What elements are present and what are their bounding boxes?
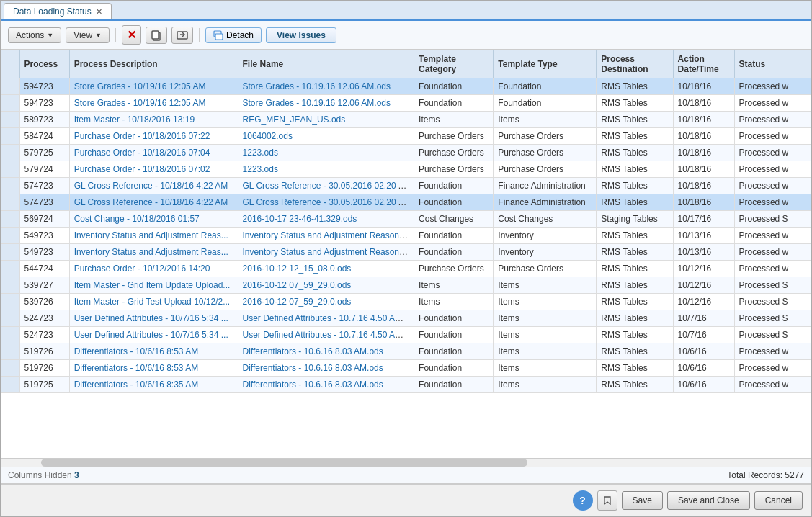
view-issues-button[interactable]: View Issues (266, 27, 336, 43)
description-cell[interactable]: Item Master - 10/18/2016 13:19 (69, 112, 238, 128)
tab-data-loading-status[interactable]: Data Loading Status ✕ (4, 3, 112, 19)
filename-cell[interactable]: Inventory Status and Adjustment Reasons … (238, 244, 414, 261)
description-cell[interactable]: Inventory Status and Adjustment Reas... (69, 228, 238, 244)
filename-cell[interactable]: Store Grades - 10.19.16 12.06 AM.ods (238, 78, 414, 95)
col-header-action-date[interactable]: ActionDate/Time (673, 50, 734, 78)
table-row[interactable]: 584724Purchase Order - 10/18/2016 07:221… (1, 128, 811, 145)
save-button[interactable]: Save (622, 491, 663, 510)
table-row[interactable]: 589723Item Master - 10/18/2016 13:19REG_… (1, 112, 811, 128)
table-row[interactable]: 579725Purchase Order - 10/18/2016 07:041… (1, 145, 811, 161)
table-row[interactable]: 519725Differentiators - 10/6/16 8:35 AMD… (1, 377, 811, 393)
table-row[interactable]: 549723Inventory Status and Adjustment Re… (1, 228, 811, 244)
description-cell[interactable]: GL Cross Reference - 10/18/16 4:22 AM (69, 194, 238, 211)
filename-cell[interactable]: Inventory Status and Adjustment Reasons … (238, 228, 414, 244)
description-cell[interactable]: Differentiators - 10/6/16 8:53 AM (69, 360, 238, 377)
process-dest-cell: RMS Tables (597, 261, 673, 277)
table-row[interactable]: 579724Purchase Order - 10/18/2016 07:021… (1, 161, 811, 178)
row-select-cell (1, 310, 20, 327)
filename-cell[interactable]: Store Grades - 10.19.16 12.06 AM.ods (238, 95, 414, 112)
filename-cell[interactable]: 2016-10-12 07_59_29.0.ods (238, 277, 414, 294)
filename-cell[interactable]: User Defined Attributes - 10.7.16 4.50 A… (238, 327, 414, 343)
col-header-filename[interactable]: File Name (238, 50, 414, 78)
col-header-process[interactable]: Process (19, 50, 69, 78)
table-row[interactable]: 574723GL Cross Reference - 10/18/16 4:22… (1, 194, 811, 211)
filename-cell[interactable]: 1223.ods (238, 161, 414, 178)
actions-button[interactable]: Actions ▼ (8, 27, 61, 43)
description-cell[interactable]: Item Master - Grid Test Upload 10/12/2..… (69, 294, 238, 310)
template-category-cell: Foundation (414, 327, 494, 343)
detach-button[interactable]: Detach (205, 27, 262, 43)
action-date-cell: 10/6/16 (673, 343, 734, 360)
process-cell: 594723 (19, 78, 69, 95)
filename-cell[interactable]: 1064002.ods (238, 128, 414, 145)
description-cell[interactable]: Purchase Order - 10/18/2016 07:02 (69, 161, 238, 178)
bookmark-svg (602, 495, 612, 505)
description-cell[interactable]: Store Grades - 10/19/16 12:05 AM (69, 95, 238, 112)
table-row[interactable]: 519726Differentiators - 10/6/16 8:53 AMD… (1, 343, 811, 360)
row-select-cell (1, 128, 20, 145)
filename-cell[interactable]: User Defined Attributes - 10.7.16 4.50 A… (238, 310, 414, 327)
description-cell[interactable]: Inventory Status and Adjustment Reas... (69, 244, 238, 261)
action-date-cell: 10/17/16 (673, 211, 734, 228)
view-button[interactable]: View ▼ (66, 27, 110, 43)
save-and-close-button[interactable]: Save and Close (667, 491, 750, 510)
description-cell[interactable]: Differentiators - 10/6/16 8:35 AM (69, 377, 238, 393)
horizontal-scrollbar[interactable] (1, 458, 811, 467)
process-cell: 539726 (19, 294, 69, 310)
description-cell[interactable]: User Defined Attributes - 10/7/16 5:34 .… (69, 310, 238, 327)
bookmark-icon[interactable] (597, 490, 617, 511)
description-cell[interactable]: Cost Change - 10/18/2016 01:57 (69, 211, 238, 228)
cancel-button[interactable]: Cancel (754, 491, 803, 510)
table-row[interactable]: 539726Item Master - Grid Test Upload 10/… (1, 294, 811, 310)
process-dest-cell: RMS Tables (597, 95, 673, 112)
col-header-status[interactable]: Status (734, 50, 811, 78)
description-cell[interactable]: Differentiators - 10/6/16 8:53 AM (69, 343, 238, 360)
description-cell[interactable]: GL Cross Reference - 10/18/16 4:22 AM (69, 178, 238, 194)
help-icon[interactable]: ? (573, 490, 593, 511)
table-row[interactable]: 524723User Defined Attributes - 10/7/16 … (1, 327, 811, 343)
filename-cell[interactable]: 2016-10-12 12_15_08.0.ods (238, 261, 414, 277)
tab-close-icon[interactable]: ✕ (96, 7, 102, 17)
table-row[interactable]: 594723Store Grades - 10/19/16 12:05 AMSt… (1, 78, 811, 95)
filename-cell[interactable]: REG_MEN_JEAN_US.ods (238, 112, 414, 128)
col-header-template-type[interactable]: Template Type (494, 50, 597, 78)
description-cell[interactable]: Store Grades - 10/19/16 12:05 AM (69, 78, 238, 95)
filename-cell[interactable]: GL Cross Reference - 30.05.2016 02.20 A.… (238, 194, 414, 211)
table-row[interactable]: 594723Store Grades - 10/19/16 12:05 AMSt… (1, 95, 811, 112)
description-cell[interactable]: User Defined Attributes - 10/7/16 5:34 .… (69, 327, 238, 343)
filename-cell[interactable]: 2016-10-12 07_59_29.0.ods (238, 294, 414, 310)
delete-button[interactable]: ✕ (122, 25, 141, 45)
template-type-cell: Purchase Orders (494, 161, 597, 178)
table-row[interactable]: 574723GL Cross Reference - 10/18/16 4:22… (1, 178, 811, 194)
col-header-description[interactable]: Process Description (69, 50, 238, 78)
filename-cell[interactable]: 1223.ods (238, 145, 414, 161)
table-row[interactable]: 549723Inventory Status and Adjustment Re… (1, 244, 811, 261)
table-row[interactable]: 569724Cost Change - 10/18/2016 01:572016… (1, 211, 811, 228)
table-row[interactable]: 524723User Defined Attributes - 10/7/16 … (1, 310, 811, 327)
description-cell[interactable]: Purchase Order - 10/18/2016 07:04 (69, 145, 238, 161)
description-cell[interactable]: Purchase Order - 10/12/2016 14:20 (69, 261, 238, 277)
filename-cell[interactable]: Differentiators - 10.6.16 8.03 AM.ods (238, 343, 414, 360)
row-select-cell (1, 194, 20, 211)
table-row[interactable]: 519726Differentiators - 10/6/16 8:53 AMD… (1, 360, 811, 377)
col-header-process-dest[interactable]: ProcessDestination (597, 50, 673, 78)
filename-cell[interactable]: 2016-10-17 23-46-41.329.ods (238, 211, 414, 228)
description-cell[interactable]: Item Master - Grid Item Update Upload... (69, 277, 238, 294)
copy-button[interactable] (146, 27, 167, 44)
col-header-template-category[interactable]: TemplateCategory (414, 50, 494, 78)
description-cell[interactable]: Purchase Order - 10/18/2016 07:22 (69, 128, 238, 145)
table-row[interactable]: 544724Purchase Order - 10/12/2016 14:202… (1, 261, 811, 277)
export-button[interactable] (171, 27, 193, 44)
process-cell: 524723 (19, 310, 69, 327)
toolbar-separator-2 (199, 28, 200, 42)
filename-cell[interactable]: GL Cross Reference - 30.05.2016 02.20 A.… (238, 178, 414, 194)
table-scroll[interactable]: Process Process Description File Name Te… (1, 50, 811, 458)
process-dest-cell: RMS Tables (597, 327, 673, 343)
table-row[interactable]: 539727Item Master - Grid Item Update Upl… (1, 277, 811, 294)
row-select-cell (1, 343, 20, 360)
detach-label: Detach (226, 30, 254, 40)
row-select-cell (1, 178, 20, 194)
process-dest-cell: RMS Tables (597, 178, 673, 194)
filename-cell[interactable]: Differentiators - 10.6.16 8.03 AM.ods (238, 377, 414, 393)
filename-cell[interactable]: Differentiators - 10.6.16 8.03 AM.ods (238, 360, 414, 377)
